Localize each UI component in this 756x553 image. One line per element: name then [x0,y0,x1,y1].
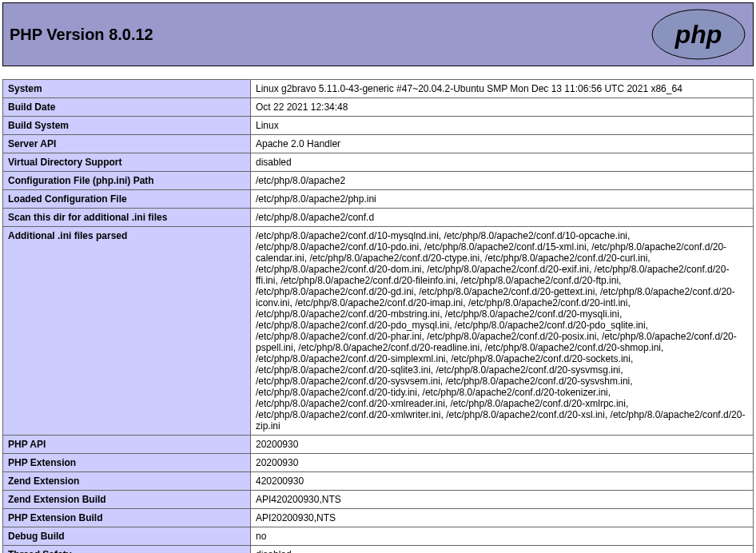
phpinfo-container: PHP Version 8.0.12 php System Linux g2br… [2,2,754,553]
row-value: disabled [251,546,754,554]
row-value: /etc/php/8.0/apache2/php.ini [251,190,754,209]
row-value: API20200930,NTS [251,509,754,527]
row-label: Scan this dir for additional .ini files [3,209,251,227]
table-row: System Linux g2bravo 5.11.0-43-generic #… [3,80,754,98]
row-label: System [3,80,251,98]
svg-text:php: php [674,20,722,49]
row-label: Thread Safety [3,546,251,554]
row-value: /etc/php/8.0/apache2/conf.d [251,209,754,227]
row-label: Additional .ini files parsed [3,227,251,436]
row-label: PHP API [3,436,251,454]
row-label: Zend Extension Build [3,491,251,509]
table-row: Server API Apache 2.0 Handler [3,135,754,153]
row-label: PHP Extension Build [3,509,251,527]
info-table-body: System Linux g2bravo 5.11.0-43-generic #… [3,80,754,554]
row-value: API420200930,NTS [251,491,754,509]
row-label: Virtual Directory Support [3,153,251,172]
table-row: Debug Build no [3,527,754,546]
table-row: Zend Extension 420200930 [3,472,754,491]
row-value: Oct 22 2021 12:34:48 [251,98,754,117]
row-label: Debug Build [3,527,251,546]
row-label: Build Date [3,98,251,117]
table-row: PHP API 20200930 [3,436,754,454]
row-label: PHP Extension [3,454,251,472]
table-row: Scan this dir for additional .ini files … [3,209,754,227]
table-row: PHP Extension Build API20200930,NTS [3,509,754,527]
row-label: Configuration File (php.ini) Path [3,172,251,190]
row-label: Build System [3,117,251,135]
row-value: Apache 2.0 Handler [251,135,754,153]
table-row: Virtual Directory Support disabled [3,153,754,172]
row-value: no [251,527,754,546]
row-value: /etc/php/8.0/apache2/conf.d/10-mysqlnd.i… [251,227,754,436]
header-bar: PHP Version 8.0.12 php [2,2,754,66]
row-label: Server API [3,135,251,153]
row-value: Linux [251,117,754,135]
row-value: 20200930 [251,436,754,454]
table-row: PHP Extension 20200930 [3,454,754,472]
row-value: 420200930 [251,472,754,491]
page-title: PHP Version 8.0.12 [10,26,153,44]
row-label: Loaded Configuration File [3,190,251,209]
table-row: Zend Extension Build API420200930,NTS [3,491,754,509]
info-table: System Linux g2bravo 5.11.0-43-generic #… [2,79,754,553]
row-label: Zend Extension [3,472,251,491]
table-row: Loaded Configuration File /etc/php/8.0/a… [3,190,754,209]
php-logo-icon: php [651,8,746,61]
row-value: 20200930 [251,454,754,472]
table-row: Thread Safety disabled [3,546,754,554]
row-value: Linux g2bravo 5.11.0-43-generic #47~20.0… [251,80,754,98]
table-row: Build System Linux [3,117,754,135]
table-row: Configuration File (php.ini) Path /etc/p… [3,172,754,190]
row-value: /etc/php/8.0/apache2 [251,172,754,190]
table-row: Additional .ini files parsed /etc/php/8.… [3,227,754,436]
table-row: Build Date Oct 22 2021 12:34:48 [3,98,754,117]
row-value: disabled [251,153,754,172]
